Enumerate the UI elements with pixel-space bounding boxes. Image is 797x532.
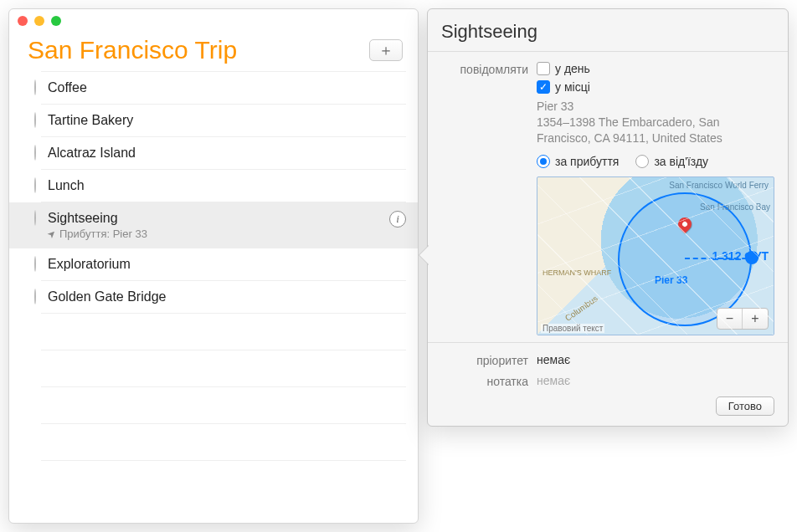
map-text-ferry: San Francisco World Ferry [669,181,769,190]
window-close-button[interactable] [18,16,28,26]
reminder-subtitle: ➤Прибуття: Pier 33 [48,228,378,240]
location-street: 1354–1398 The Embarcadero, San Francisco… [537,115,722,145]
location-name: Pier 33 [537,100,573,113]
arriving-radio[interactable] [537,155,550,168]
reminder-item[interactable]: Exploratorium [41,248,406,281]
reminder-item[interactable]: Sightseeing➤Прибуття: Pier 33i [9,202,418,248]
reminder-list: CoffeeTartine BakeryAlcatraz IslandLunch… [9,71,418,461]
leaving-radio[interactable] [635,155,649,168]
reminder-item[interactable]: Tartine Bakery [41,105,406,137]
reminder-title: Alcatraz Island [48,146,394,161]
geofence-distance-label: 1 312 ФУТ [712,249,769,263]
location-address[interactable]: Pier 33 1354–1398 The Embarcadero, San F… [537,99,774,146]
reminder-title: Golden Gate Bridge [48,289,394,304]
reminder-item[interactable]: Lunch [41,170,406,202]
map-zoom-control: − + [717,308,769,330]
empty-row [41,350,406,387]
window-minimize-button[interactable] [34,16,44,26]
map-pin-label: Pier 33 [655,274,687,286]
leaving-label: за від'їзду [654,155,708,168]
note-label: нотатка [441,374,528,388]
empty-row [41,387,406,424]
priority-label: пріоритет [441,353,528,367]
reminder-detail-popover: Sightseeing повідомляти у день у місці P… [427,8,789,427]
priority-value[interactable]: немає [537,353,774,367]
complete-checkbox[interactable] [34,256,36,272]
reminder-item[interactable]: Alcatraz Island [41,137,406,170]
note-field[interactable]: немає [537,374,774,388]
reminder-title: Lunch [48,178,394,193]
map-zoom-out-button[interactable]: − [717,309,743,329]
add-reminder-button[interactable]: ＋ [369,39,403,61]
complete-checkbox[interactable] [34,112,36,128]
window-zoom-button[interactable] [51,16,61,26]
popover-arrow [419,245,429,265]
remind-label: повідомляти [441,62,528,335]
complete-checkbox[interactable] [34,145,36,161]
remind-on-day-checkbox[interactable] [537,62,550,75]
divider [428,51,788,52]
detail-title[interactable]: Sightseeing [441,21,774,43]
map-text-bay: San Francisco Bay [700,202,770,212]
map-text-wharf: HERMAN'S WHARF [542,269,611,277]
complete-checkbox[interactable] [34,177,36,193]
map-attribution[interactable]: Правовий текст [541,324,604,333]
empty-row [41,424,406,461]
list-title: San Francisco Trip [28,36,369,64]
map-text-street: Columbus [563,294,599,323]
reminder-item[interactable]: Coffee [41,71,406,105]
map-zoom-in-button[interactable]: + [743,309,768,329]
list-header: San Francisco Trip ＋ [9,33,418,71]
location-map[interactable]: Pier 33 1 312 ФУТ San Francisco World Fe… [537,176,774,335]
reminder-title: Exploratorium [48,257,394,272]
reminder-title: Tartine Bakery [48,113,394,128]
location-arrow-icon: ➤ [45,227,59,241]
remind-at-location-checkbox[interactable] [537,80,550,94]
reminders-window: San Francisco Trip ＋ CoffeeTartine Baker… [8,8,419,524]
arriving-label: за прибуття [555,155,619,168]
remind-on-day-label: у день [555,62,590,75]
reminder-title: Sightseeing [48,211,378,226]
info-button[interactable]: i [389,211,406,228]
complete-checkbox[interactable] [34,289,36,304]
divider [428,342,788,343]
window-titlebar [9,9,418,33]
reminder-item[interactable]: Golden Gate Bridge [41,281,406,314]
complete-checkbox[interactable] [34,210,36,226]
remind-at-location-label: у місці [555,80,590,94]
done-button[interactable]: Готово [716,396,774,416]
empty-row [41,314,406,350]
complete-checkbox[interactable] [34,79,36,95]
reminder-title: Coffee [48,80,394,95]
